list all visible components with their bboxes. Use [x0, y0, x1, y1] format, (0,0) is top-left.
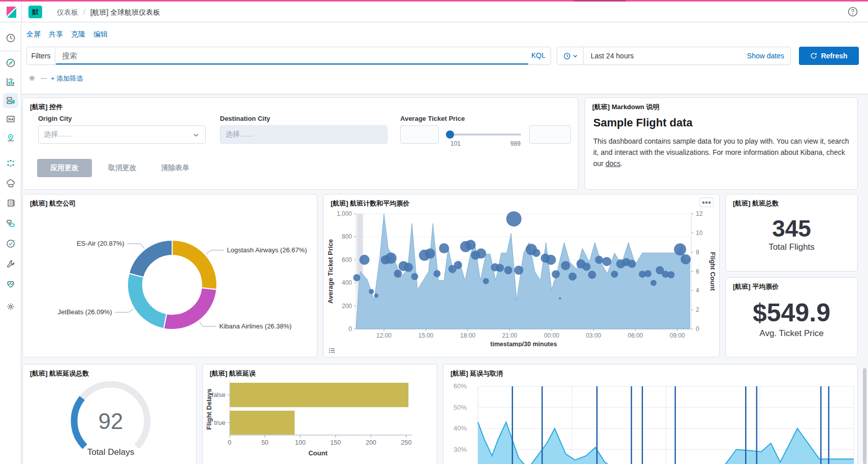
uptime-check-icon[interactable] [3, 236, 18, 251]
search-input[interactable] [56, 47, 528, 63]
kibana-logo-icon[interactable] [5, 6, 18, 21]
breadcrumb: 仪表板 / [航班] 全球航班仪表板 [57, 8, 160, 17]
clear-form-button[interactable]: 清除表单 [161, 163, 189, 173]
delay-bars-title: [航班] 航班延误 [210, 369, 255, 378]
total-flights-panel: [航班] 航班总数 345 Total Flights [725, 194, 858, 272]
svg-text:21:00: 21:00 [502, 332, 517, 339]
maps-pin-icon[interactable] [3, 130, 18, 146]
svg-text:10: 10 [696, 229, 703, 237]
kql-button[interactable]: KQL [531, 51, 545, 59]
chevron-down-icon [193, 132, 199, 138]
airlines-pie-panel: [航班] 航空公司 Logstash Airways (26.67%)Kiban… [22, 194, 317, 357]
svg-text:12:00: 12:00 [376, 332, 392, 339]
svg-text:00:00: 00:00 [544, 332, 559, 339]
dashboard-grid-icon[interactable] [3, 93, 18, 108]
svg-text:400: 400 [342, 279, 352, 286]
svg-text:1,000: 1,000 [337, 210, 352, 217]
clock-icon [563, 52, 571, 60]
chevron-down-icon [573, 54, 577, 58]
show-dates-link[interactable]: Show dates [747, 52, 784, 60]
cancel-changes-button[interactable]: 取消更改 [108, 163, 137, 173]
origin-city-placeholder: 选择…… [44, 130, 72, 139]
airlines-donut-chart[interactable]: Logstash Airways (26.67%)Kibana Airlines… [23, 208, 317, 357]
price-min-input[interactable] [400, 125, 439, 144]
breadcrumb-root[interactable]: 仪表板 [57, 8, 78, 16]
svg-text:2: 2 [696, 306, 699, 313]
svg-text:0: 0 [348, 325, 352, 333]
svg-text:40%: 40% [454, 424, 467, 432]
price-max-input[interactable] [529, 125, 571, 144]
apm-stack-icon[interactable] [3, 216, 18, 231]
price-range-slider[interactable] [447, 134, 521, 136]
svg-text:Count: Count [308, 449, 328, 457]
delay-cancel-panel: [航班] 延误与取消 60%50%40%30% [443, 364, 858, 464]
count-price-chart[interactable]: 02004006008001,00012:0015:0018:0021:0000… [324, 208, 719, 347]
visualize-chart-icon[interactable] [3, 74, 18, 89]
canvas-frame-icon[interactable] [3, 112, 18, 127]
svg-text:0: 0 [228, 439, 232, 446]
scrollbar-thumb[interactable] [863, 368, 866, 464]
svg-text:JetBeats (26.09%): JetBeats (26.09%) [58, 308, 112, 316]
panel-options-button[interactable] [699, 197, 714, 207]
filter-dash: — [41, 75, 47, 82]
refresh-button[interactable]: Refresh [799, 47, 859, 65]
slider-handle[interactable] [446, 130, 454, 139]
recent-clock-icon[interactable] [3, 30, 18, 46]
management-gear-icon[interactable] [3, 299, 18, 314]
left-sidebar [0, 22, 21, 464]
total-flights-title: [航班] 航班总数 [733, 199, 779, 208]
time-range-value[interactable]: Last 24 hours [591, 52, 634, 60]
svg-text:18:00: 18:00 [460, 332, 475, 339]
add-filter-link[interactable]: + 添加筛选 [51, 74, 83, 83]
airlines-pie-title: [航班] 航空公司 [30, 199, 76, 208]
header-divider [21, 2, 22, 22]
monitoring-heartbeat-icon[interactable] [3, 277, 18, 292]
svg-text:0: 0 [696, 325, 699, 333]
slider-max-value: 989 [510, 140, 521, 147]
svg-text:15:00: 15:00 [418, 332, 433, 339]
nav-fullscreen-link[interactable]: 全屏 [26, 30, 41, 39]
nav-share-link[interactable]: 共享 [49, 30, 63, 39]
svg-text:6: 6 [696, 268, 699, 275]
total-flights-label: Total Flights [726, 242, 857, 252]
delay-cancel-chart[interactable]: 60%50%40%30% [443, 378, 857, 464]
time-picker: Last 24 hours Show dates [557, 47, 791, 65]
slider-min-value: 101 [451, 140, 461, 147]
logs-scroll-icon[interactable] [3, 195, 18, 211]
query-focus-underline [56, 63, 528, 64]
delay-bars-chart[interactable]: 050100150200250falsetrueCountFlight Dela… [203, 378, 437, 464]
svg-text:800: 800 [342, 233, 352, 240]
destination-city-placeholder: 选择…… [226, 130, 254, 139]
svg-text:100: 100 [295, 439, 306, 446]
delays-gauge-chart[interactable]: 92Total Delays [23, 378, 196, 464]
metrics-cloud-icon[interactable] [3, 176, 18, 191]
nav-clone-link[interactable]: 克隆 [71, 30, 85, 39]
apply-changes-button[interactable]: 应用更改 [37, 159, 92, 177]
avg-price-label: Avg. Ticket Price [726, 328, 857, 339]
origin-city-select[interactable]: 选择…… [38, 125, 206, 144]
help-icon[interactable] [847, 6, 858, 19]
docs-link[interactable]: docs [605, 159, 621, 168]
svg-text:03:00: 03:00 [586, 332, 601, 339]
filter-gear-icon[interactable] [28, 74, 36, 84]
nav-edit-link[interactable]: 编辑 [93, 30, 108, 39]
legend-toggle-icon[interactable] [329, 347, 335, 356]
refresh-label: Refresh [821, 52, 847, 60]
space-badge[interactable]: 默 [28, 6, 42, 18]
time-picker-quick-menu[interactable] [557, 47, 584, 64]
svg-text:4: 4 [696, 287, 699, 294]
delay-bars-panel: [航班] 航班延误 050100150200250falsetrueCountF… [202, 364, 437, 464]
svg-text:Kibana Airlines (26.38%): Kibana Airlines (26.38%) [219, 322, 292, 330]
machine-learning-dots-icon[interactable] [3, 156, 18, 171]
avg-price-title: [航班] 平均票价 [733, 282, 779, 291]
svg-text:Average Ticket Price: Average Ticket Price [327, 239, 334, 304]
breadcrumb-separator: / [83, 8, 85, 16]
filters-button[interactable]: Filters [27, 47, 55, 64]
svg-text:50: 50 [262, 439, 269, 446]
discover-compass-icon[interactable] [3, 55, 18, 71]
avg-price-panel: [航班] 平均票价 $549.9 Avg. Ticket Price [725, 277, 858, 357]
destination-city-combobox[interactable]: 选择…… [220, 125, 388, 144]
devtools-wrench-icon[interactable] [3, 256, 18, 272]
controls-panel-title: [航班] 控件 [30, 103, 62, 112]
breadcrumb-current: [航班] 全球航班仪表板 [90, 8, 160, 16]
